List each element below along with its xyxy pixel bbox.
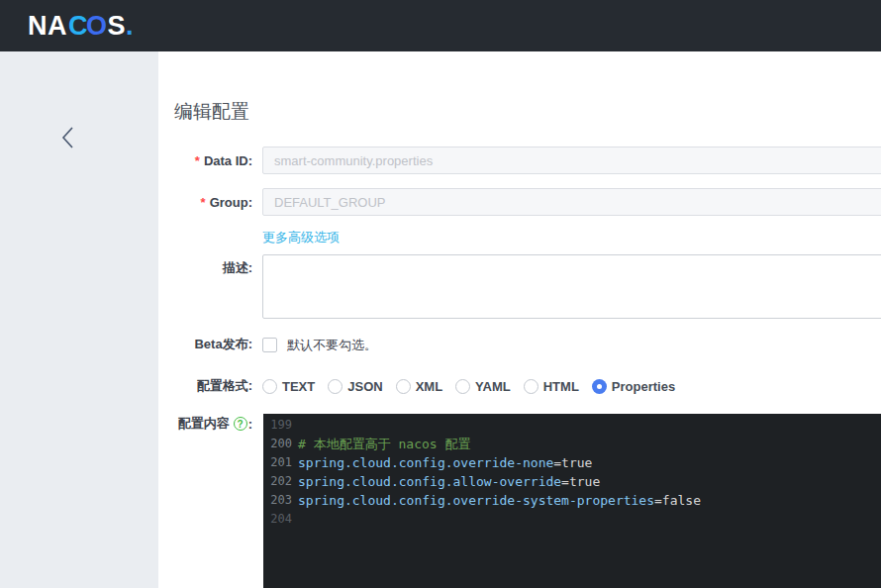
beta-checkbox[interactable]	[262, 338, 277, 352]
radio-icon	[328, 379, 343, 394]
line-number: 204	[263, 510, 292, 529]
sidebar-collapse-button[interactable]	[51, 123, 83, 156]
radio-icon	[396, 379, 411, 394]
radio-option-label: XML	[416, 379, 442, 394]
config-content-label: 配置内容 ? :	[158, 414, 252, 434]
data-id-label: * Data ID:	[158, 147, 252, 174]
format-option-html[interactable]: HTML	[524, 379, 579, 394]
code-text: spring.cloud.config.override-system-prop…	[298, 491, 701, 510]
beta-label: Beta发布:	[158, 336, 252, 353]
logo-text-c: C	[68, 11, 88, 42]
line-number: 200	[263, 435, 292, 453]
radio-option-label: Properties	[612, 379, 675, 394]
line-number: 201	[263, 453, 292, 472]
format-option-properties[interactable]: Properties	[592, 379, 675, 394]
format-label: 配置格式:	[158, 377, 252, 395]
editor-lines: 199200# 本地配置高于 nacos 配置201spring.cloud.c…	[263, 416, 881, 529]
line-number: 202	[263, 472, 292, 491]
radio-option-label: YAML	[475, 379, 511, 394]
code-line: 199	[263, 416, 881, 435]
logo-text-o: O	[86, 11, 108, 42]
format-option-yaml[interactable]: YAML	[455, 379, 511, 394]
code-text: spring.cloud.config.override-none=true	[298, 453, 592, 472]
config-content-editor[interactable]: 199200# 本地配置高于 nacos 配置201spring.cloud.c…	[263, 414, 881, 588]
line-number: 199	[263, 416, 292, 435]
code-line: 202spring.cloud.config.allow-override=tr…	[263, 472, 881, 491]
page-title: 编辑配置	[174, 99, 249, 125]
logo-text-na: NA	[28, 11, 67, 42]
format-options: TEXTJSONXMLYAMLHTMLProperties	[262, 377, 675, 395]
help-icon[interactable]: ?	[234, 417, 247, 431]
radio-icon	[524, 379, 538, 394]
nacos-logo[interactable]: NACOS.	[28, 0, 134, 51]
data-id-input[interactable]	[262, 147, 881, 174]
code-text: spring.cloud.config.allow-override=true	[298, 472, 600, 491]
top-navbar: NACOS.	[0, 0, 881, 51]
advanced-options-link[interactable]: 更多高级选项	[262, 229, 340, 246]
code-text: # 本地配置高于 nacos 配置	[298, 435, 470, 453]
line-number: 203	[263, 491, 292, 510]
radio-option-label: TEXT	[282, 379, 315, 394]
required-asterisk: *	[195, 153, 200, 168]
format-option-text[interactable]: TEXT	[262, 379, 315, 394]
description-textarea[interactable]	[262, 254, 881, 319]
radio-icon	[262, 379, 277, 394]
code-line: 204	[263, 510, 881, 529]
code-line: 201spring.cloud.config.override-none=tru…	[263, 453, 881, 472]
radio-option-label: JSON	[347, 379, 382, 394]
required-asterisk: *	[201, 195, 206, 210]
code-line: 203spring.cloud.config.override-system-p…	[263, 491, 881, 510]
radio-option-label: HTML	[543, 379, 579, 394]
sidebar	[0, 51, 158, 588]
description-label: 描述:	[158, 256, 252, 280]
format-option-xml[interactable]: XML	[396, 379, 442, 394]
format-option-json[interactable]: JSON	[328, 379, 382, 394]
group-label: * Group:	[158, 188, 252, 216]
radio-icon	[592, 379, 607, 394]
logo-text-s: S	[108, 11, 127, 42]
radio-icon	[455, 379, 470, 394]
group-input[interactable]	[262, 188, 881, 216]
code-line: 200# 本地配置高于 nacos 配置	[263, 435, 881, 453]
chevron-left-icon	[59, 125, 76, 154]
logo-dot: .	[126, 11, 134, 42]
main-content: 编辑配置 * Data ID: * Group: 更多高级选项 描述: Beta…	[158, 51, 881, 588]
beta-hint-text: 默认不要勾选。	[287, 337, 377, 354]
